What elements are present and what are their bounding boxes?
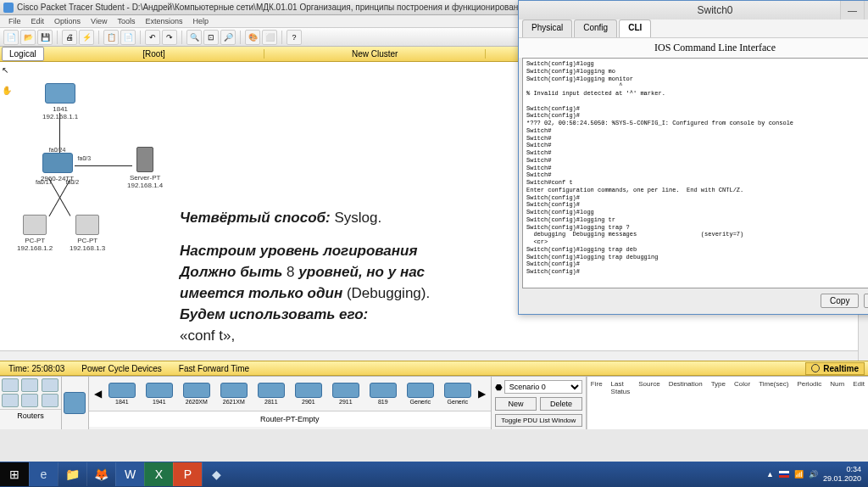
cat-connection-icon[interactable]: [21, 394, 38, 407]
sim-status-bar: Time: 25:08:03 Power Cycle Devices Fast …: [0, 361, 868, 376]
switch0-titlebar[interactable]: Switch0 — ☐ ✕: [519, 1, 868, 20]
excel-icon[interactable]: X: [144, 462, 173, 486]
scroll-right-icon[interactable]: ▶: [478, 388, 486, 400]
explorer-icon[interactable]: 📁: [58, 462, 86, 486]
device-item[interactable]: Generic: [403, 383, 437, 405]
firefox-icon[interactable]: 🦊: [86, 462, 115, 486]
zoom-out-icon[interactable]: 🔎: [220, 30, 236, 45]
device-item[interactable]: 2621XM: [217, 383, 251, 405]
menu-options[interactable]: Options: [49, 15, 86, 27]
wizard-icon[interactable]: ⚡: [79, 30, 94, 45]
root-label[interactable]: [Root]: [44, 49, 265, 59]
device-item[interactable]: Generic: [441, 383, 475, 405]
device-item[interactable]: 1941: [142, 383, 176, 405]
lang-icon[interactable]: [779, 471, 789, 478]
cat-hub-icon[interactable]: [42, 378, 58, 392]
help-icon[interactable]: ?: [287, 30, 302, 45]
system-tray[interactable]: ▲ 📶 🔊 0:34 29.01.2020: [760, 465, 868, 484]
menu-tools[interactable]: Tools: [112, 15, 140, 27]
start-button[interactable]: ⊞: [0, 462, 29, 486]
menu-view[interactable]: View: [86, 15, 112, 27]
menu-help[interactable]: Help: [187, 15, 214, 27]
print-icon[interactable]: 🖨: [62, 30, 77, 45]
powerpoint-icon[interactable]: P: [173, 462, 202, 486]
paste-button[interactable]: Paste: [864, 294, 868, 308]
device-item[interactable]: 2901: [292, 383, 326, 405]
scenario-select[interactable]: Scenario 0: [504, 380, 582, 394]
open-file-icon[interactable]: 📂: [20, 30, 36, 45]
device-item[interactable]: 819: [366, 383, 400, 405]
select-tool-icon[interactable]: ↖: [2, 65, 20, 84]
save-icon[interactable]: 💾: [37, 30, 53, 45]
new-cluster-button[interactable]: New Cluster: [264, 49, 486, 59]
pdu-results-table: Fire Last Status Source Destination Type…: [587, 377, 868, 429]
zoom-in-icon[interactable]: 🔍: [186, 30, 202, 45]
os-taskbar: ⊞ e 📁 🦊 W X P ◆ ▲ 📶 🔊 0:34 29.01.2020: [0, 462, 868, 487]
cat-end-icon[interactable]: [42, 394, 58, 407]
copy-button[interactable]: Copy: [821, 294, 859, 308]
connection-slot[interactable]: [62, 377, 89, 429]
app-icon: [3, 3, 14, 13]
pc2-device[interactable]: PC-PT 192.168.1.3: [70, 215, 105, 252]
toggle-pdu-button[interactable]: Toggle PDU List Window: [495, 414, 582, 427]
power-cycle-button[interactable]: Power Cycle Devices: [73, 364, 170, 373]
tab-physical[interactable]: Physical: [522, 20, 572, 37]
canvas-tool-palette: ↖ ✋: [2, 65, 24, 104]
cli-terminal[interactable]: Switch(config)#logg Switch(config)#loggi…: [522, 58, 868, 288]
cat-wireless-icon[interactable]: [2, 394, 19, 407]
cli-header: IOS Command Line Interface: [519, 38, 868, 58]
redo-icon[interactable]: ↷: [162, 30, 177, 45]
menu-edit[interactable]: Edit: [26, 15, 50, 27]
switch0-window[interactable]: Switch0 — ☐ ✕ Physical Config CLI IOS Co…: [518, 0, 868, 315]
menu-file[interactable]: File: [3, 15, 26, 27]
zoom-reset-icon[interactable]: ⊡: [203, 30, 219, 45]
volume-icon[interactable]: 🔊: [809, 470, 818, 479]
chevron-up-icon[interactable]: ▲: [766, 470, 774, 479]
app-path: D:\Андрей\Компьютерные сети\МДК.01.01 Ор…: [132, 3, 528, 12]
paste-icon[interactable]: 📄: [120, 30, 136, 45]
word-icon[interactable]: W: [115, 462, 144, 486]
tray-date: 29.01.2020: [823, 474, 861, 484]
ie-icon[interactable]: e: [29, 462, 58, 486]
tray-time: 0:34: [823, 465, 861, 474]
device-item[interactable]: 2811: [254, 383, 288, 405]
device-empty-label: Router-PT-Empty: [89, 411, 491, 427]
packet-tracer-task-icon[interactable]: ◆: [202, 462, 231, 486]
scroll-left-icon[interactable]: ◀: [94, 388, 102, 400]
device-category-grid: Routers: [0, 377, 62, 429]
sim-time: Time: 25:08:03: [0, 364, 73, 373]
category-label: Routers: [0, 409, 61, 422]
router-device[interactable]: 1841 192.168.1.1: [42, 83, 78, 120]
pc-icon: [75, 215, 99, 235]
device-item[interactable]: 2620XM: [180, 383, 214, 405]
copy-icon[interactable]: 📋: [103, 30, 119, 45]
maximize-button[interactable]: ☐: [864, 1, 868, 20]
network-icon[interactable]: 📶: [794, 470, 804, 479]
delete-scenario-button[interactable]: Delete: [540, 397, 581, 411]
tab-cli[interactable]: CLI: [619, 20, 651, 37]
tab-config[interactable]: Config: [574, 20, 617, 37]
server-device[interactable]: Server-PT 192.168.1.4: [127, 147, 163, 189]
minimize-button[interactable]: —: [840, 1, 864, 20]
link: [75, 165, 132, 166]
fast-forward-button[interactable]: Fast Forward Time: [170, 364, 258, 373]
palette-icon[interactable]: 🎨: [245, 30, 260, 45]
device-item[interactable]: 1841: [105, 383, 139, 405]
dialog-icon[interactable]: ⬜: [262, 30, 277, 45]
device-item[interactable]: 2911: [329, 383, 363, 405]
hand-tool-icon[interactable]: ✋: [2, 86, 20, 104]
undo-icon[interactable]: ↶: [145, 30, 160, 45]
new-scenario-button[interactable]: New: [495, 397, 537, 411]
cat-router-icon[interactable]: [2, 378, 19, 392]
switch-device[interactable]: fa0/24 2960-24TT fa0/17 fa0/2 fa0/3: [41, 147, 74, 182]
canvas-scroll-h[interactable]: [0, 350, 858, 361]
logical-button[interactable]: Logical: [2, 47, 44, 61]
pc1-device[interactable]: PC-PT 192.168.1.2: [17, 215, 53, 252]
switch0-tabs: Physical Config CLI: [519, 20, 868, 38]
router-icon: [45, 83, 75, 104]
new-file-icon[interactable]: 📄: [3, 30, 19, 45]
menu-extensions[interactable]: Extensions: [140, 15, 187, 27]
scenario-toggle-icon[interactable]: ⬣: [495, 383, 503, 392]
realtime-toggle[interactable]: Realtime: [805, 362, 865, 375]
cat-switch-icon[interactable]: [21, 378, 38, 392]
